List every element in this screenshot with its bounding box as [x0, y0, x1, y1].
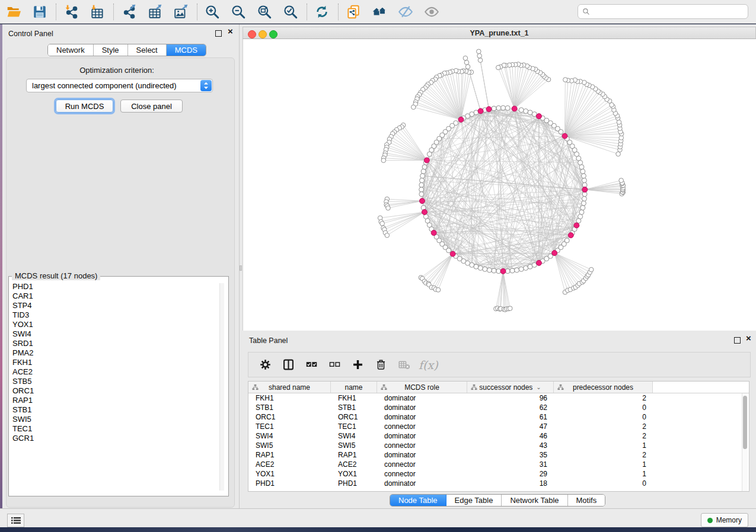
close-panel-icon[interactable]: ×: [228, 28, 233, 34]
memory-button[interactable]: Memory: [701, 513, 748, 527]
run-mcds-button[interactable]: Run MCDS: [56, 100, 113, 113]
mcds-result-item[interactable]: GCR1: [9, 434, 224, 443]
tab-select[interactable]: Select: [128, 44, 167, 56]
mcds-result-item[interactable]: SWI5: [9, 415, 224, 424]
mcds-result-item[interactable]: ORC1: [9, 386, 224, 396]
cell-successor-nodes: 29: [467, 470, 554, 478]
cell-name: SWI5: [331, 441, 377, 450]
import-table-icon[interactable]: [88, 3, 106, 21]
cell-successor-nodes: 43: [467, 441, 554, 450]
export-image-icon[interactable]: [172, 3, 190, 21]
table-scrollbar[interactable]: [742, 393, 748, 491]
column-header-successor-nodes[interactable]: successor nodes⌄: [467, 382, 554, 393]
cell-name: FKH1: [331, 394, 377, 402]
table-scrollbar-thumb[interactable]: [743, 396, 747, 449]
zoom-in-icon[interactable]: [203, 3, 221, 21]
splitter-grip[interactable]: [240, 265, 242, 271]
toolbar-separator: [307, 4, 307, 20]
result-list-scrollbar[interactable]: [219, 283, 224, 491]
table-row-SWI5[interactable]: SWI5SWI5connector431: [248, 441, 749, 450]
function-builder-icon-disabled: f(x): [419, 358, 438, 371]
cell-name: PHD1: [331, 479, 377, 488]
mcds-result-item[interactable]: STB1: [9, 405, 224, 415]
select-all-columns-icon[interactable]: [302, 356, 321, 374]
cell-predecessor-nodes: 2: [554, 394, 653, 402]
mcds-result-item[interactable]: SWI4: [9, 329, 224, 339]
column-header-name[interactable]: name: [331, 382, 377, 393]
criterion-dropdown[interactable]: largest connected component (undirected): [26, 79, 213, 92]
cell-MCDS-role: connector: [377, 441, 467, 450]
mcds-result-item[interactable]: STP4: [9, 301, 224, 310]
table-panel-tabs: Node TableEdge TableNetwork TableMotifs: [390, 494, 605, 507]
table-row-TEC1[interactable]: TEC1TEC1connector472: [248, 422, 749, 431]
cell-predecessor-nodes: 1: [554, 470, 653, 478]
first-neighbors-icon[interactable]: [371, 3, 388, 21]
table-settings-gear-icon[interactable]: [256, 356, 275, 374]
table-row-FKH1[interactable]: FKH1FKH1dominator962: [248, 393, 749, 403]
mcds-result-item[interactable]: TEC1: [9, 424, 224, 434]
show-column-panel-icon[interactable]: [279, 356, 298, 374]
network-canvas[interactable]: [243, 39, 756, 331]
tab-node-table[interactable]: Node Table: [390, 495, 446, 506]
mcds-result-item[interactable]: PHD1: [9, 282, 224, 291]
node-table[interactable]: shared namenameMCDS rolesuccessor nodes⌄…: [248, 381, 749, 492]
mcds-result-item[interactable]: SRD1: [9, 339, 224, 348]
hide-selected-icon[interactable]: [397, 3, 414, 21]
tab-network-table[interactable]: Network Table: [502, 495, 567, 506]
mcds-result-item[interactable]: CAR1: [9, 291, 224, 301]
create-column-plus-icon[interactable]: [348, 356, 367, 374]
import-network-icon[interactable]: [62, 3, 80, 21]
export-table-icon[interactable]: [146, 3, 164, 21]
export-network-icon[interactable]: [120, 3, 138, 21]
table-row-PHD1[interactable]: PHD1PHD1dominator180: [248, 479, 749, 488]
column-header-MCDS-role[interactable]: MCDS role: [377, 382, 467, 393]
show-all-icon[interactable]: [423, 3, 441, 21]
cell-MCDS-role: connector: [377, 422, 467, 431]
tab-mcds[interactable]: MCDS: [167, 44, 206, 56]
tab-motifs[interactable]: Motifs: [568, 495, 605, 506]
unselect-all-columns-icon[interactable]: [325, 356, 344, 374]
mcds-result-list[interactable]: PHD1CAR1STP4TID3YOX1SWI4SRD1PMA2FKH1ACE2…: [9, 282, 224, 492]
cell-shared-name: RAP1: [248, 451, 331, 459]
panel-selector-button[interactable]: [7, 514, 24, 527]
zoom-out-icon[interactable]: [229, 3, 247, 21]
save-session-icon[interactable]: [31, 3, 49, 21]
mcds-result-item[interactable]: STB5: [9, 377, 224, 386]
mcds-result-item[interactable]: RAP1: [9, 396, 224, 405]
delete-column-trash-icon[interactable]: [371, 356, 390, 374]
optimization-criterion-label: Optimization criterion:: [2, 66, 231, 75]
zoom-selected-icon[interactable]: [282, 3, 299, 21]
table-toolbar: f(x): [248, 352, 751, 377]
tab-edge-table[interactable]: Edge Table: [446, 495, 502, 506]
table-row-YOX1[interactable]: YOX1YOX1connector291: [248, 469, 749, 479]
column-header-predecessor-nodes[interactable]: predecessor nodes: [554, 382, 653, 393]
mcds-result-item[interactable]: TID3: [9, 310, 224, 320]
refresh-layout-icon[interactable]: [313, 3, 331, 21]
mcds-result-item[interactable]: ACE2: [9, 367, 224, 377]
close-table-panel-icon[interactable]: ×: [746, 335, 751, 341]
column-header-shared-name[interactable]: shared name: [248, 382, 331, 393]
new-network-from-selection-icon[interactable]: [344, 3, 362, 21]
cell-predecessor-nodes: 0: [554, 413, 653, 421]
zoom-fit-icon[interactable]: [256, 3, 273, 21]
search-field[interactable]: [593, 4, 748, 19]
table-row-RAP1[interactable]: RAP1RAP1dominator352: [248, 450, 749, 460]
mcds-result-item[interactable]: YOX1: [9, 320, 224, 329]
column-type-icon: [252, 384, 259, 392]
tab-style[interactable]: Style: [94, 44, 128, 56]
float-table-panel-icon[interactable]: [734, 337, 741, 344]
float-panel-icon[interactable]: [215, 30, 222, 37]
list-icon: [11, 517, 21, 524]
table-row-ORC1[interactable]: ORC1ORC1dominator610: [248, 412, 749, 422]
table-row-ACE2[interactable]: ACE2ACE2connector311: [248, 460, 749, 469]
search-input[interactable]: [578, 4, 748, 19]
network-window-titlebar[interactable]: YPA_prune.txt_1: [243, 27, 756, 39]
mcds-result-item[interactable]: PMA2: [9, 348, 224, 358]
table-row-STB1[interactable]: STB1STB1dominator620: [248, 403, 749, 412]
cell-successor-nodes: 62: [467, 403, 554, 412]
close-panel-button[interactable]: Close panel: [120, 100, 183, 113]
table-row-SWI4[interactable]: SWI4SWI4dominator462: [248, 431, 749, 441]
open-session-icon[interactable]: [5, 3, 23, 21]
tab-network[interactable]: Network: [48, 44, 94, 56]
mcds-result-item[interactable]: FKH1: [9, 358, 224, 367]
